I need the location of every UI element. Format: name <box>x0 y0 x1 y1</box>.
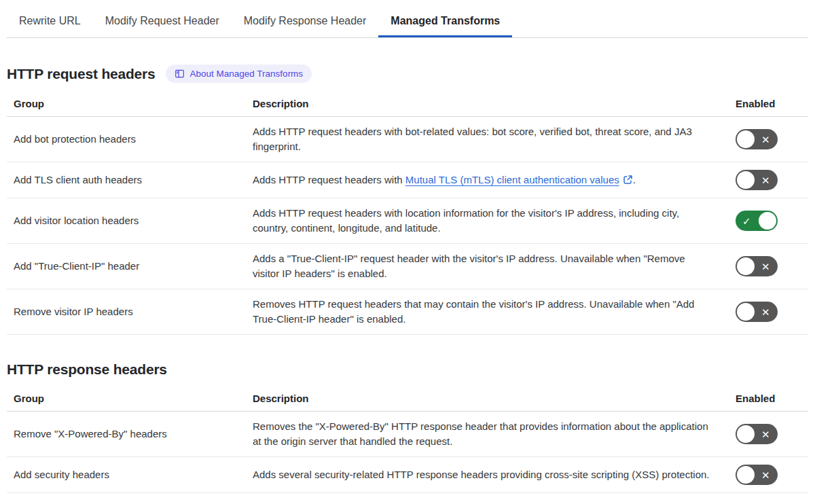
row-enabled-cell: ✓ <box>736 211 808 231</box>
column-header-group: Group <box>7 98 253 109</box>
request-section-head: HTTP request headers About Managed Trans… <box>7 65 808 83</box>
response-table-body: Remove "X-Powered-By" headers Removes th… <box>7 412 808 493</box>
row-enabled-cell: ✕ <box>736 170 808 190</box>
enabled-toggle[interactable]: ✕ <box>736 424 778 444</box>
toggle-knob <box>737 257 755 275</box>
row-group-label: Add "True-Client-IP" header <box>7 259 253 274</box>
table-row: Add TLS client auth headers Adds HTTP re… <box>7 162 808 198</box>
external-link-icon <box>623 175 633 185</box>
enabled-toggle[interactable]: ✕ <box>736 256 778 276</box>
row-group-label: Add TLS client auth headers <box>7 173 253 187</box>
row-group-label: Remove visitor IP headers <box>7 304 253 319</box>
managed-transforms-page: Rewrite URLModify Request HeaderModify R… <box>0 0 815 493</box>
row-group-label: Remove "X-Powered-By" headers <box>7 427 253 442</box>
row-description: Adds a "True-Client-IP" request header w… <box>253 251 736 281</box>
enabled-toggle[interactable]: ✕ <box>736 170 778 190</box>
response-headers-table: Group Description Enabled Remove "X-Powe… <box>7 386 808 493</box>
column-header-description: Description <box>253 98 736 109</box>
table-row: Remove visitor IP headers Removes HTTP r… <box>7 289 808 335</box>
row-enabled-cell: ✕ <box>736 129 808 149</box>
request-table-body: Add bot protection headers Adds HTTP req… <box>7 117 808 335</box>
toggle-knob <box>737 466 755 484</box>
row-description: Removes the "X-Powered-By" HTTP response… <box>253 419 736 449</box>
enabled-toggle[interactable]: ✕ <box>736 465 778 485</box>
toggle-state-icon: ✕ <box>761 470 770 480</box>
toggle-knob <box>737 171 755 189</box>
table-row: Add bot protection headers Adds HTTP req… <box>7 117 808 162</box>
row-enabled-cell: ✕ <box>736 302 808 322</box>
enabled-toggle[interactable]: ✕ <box>736 129 778 149</box>
row-description: Adds HTTP request headers with bot-relat… <box>253 124 736 154</box>
response-headers-section: HTTP response headers Group Description … <box>7 361 808 493</box>
column-header-group: Group <box>7 393 253 404</box>
response-section-head: HTTP response headers <box>7 361 808 378</box>
row-description: Adds HTTP request headers with Mutual TL… <box>253 173 736 187</box>
table-row: Remove "X-Powered-By" headers Removes th… <box>7 412 808 457</box>
toggle-state-icon: ✕ <box>761 429 770 439</box>
toggle-knob <box>737 303 755 321</box>
toggle-state-icon: ✕ <box>761 262 770 272</box>
row-enabled-cell: ✕ <box>736 256 808 276</box>
row-group-label: Add visitor location headers <box>7 213 253 228</box>
toggle-state-icon: ✕ <box>761 175 770 185</box>
tab-modify-request-header[interactable]: Modify Request Header <box>93 5 232 37</box>
column-header-description: Description <box>253 393 736 404</box>
table-row: Add "True-Client-IP" header Adds a "True… <box>7 244 808 289</box>
badge-label: About Managed Transforms <box>190 69 304 79</box>
tab-bar: Rewrite URLModify Request HeaderModify R… <box>7 0 808 38</box>
tab-rewrite-url[interactable]: Rewrite URL <box>7 5 93 37</box>
request-section-title: HTTP request headers <box>7 66 156 82</box>
enabled-toggle[interactable]: ✕ <box>736 302 778 322</box>
row-description: Removes HTTP request headers that may co… <box>253 297 736 327</box>
row-description: Adds HTTP request headers with location … <box>253 206 736 236</box>
column-header-enabled: Enabled <box>736 393 808 404</box>
response-table-header: Group Description Enabled <box>7 386 808 412</box>
toggle-state-icon: ✕ <box>761 307 770 317</box>
tab-modify-response-header[interactable]: Modify Response Header <box>232 5 379 37</box>
about-managed-transforms-badge[interactable]: About Managed Transforms <box>166 65 312 83</box>
table-row: Add visitor location headers Adds HTTP r… <box>7 198 808 244</box>
description-link[interactable]: Mutual TLS (mTLS) client authentication … <box>405 174 633 185</box>
request-headers-table: Group Description Enabled Add bot protec… <box>7 92 808 335</box>
book-icon <box>175 69 185 79</box>
request-table-header: Group Description Enabled <box>7 92 808 117</box>
table-row: Add security headers Adds several securi… <box>7 457 808 493</box>
toggle-knob <box>737 130 755 148</box>
enabled-toggle[interactable]: ✓ <box>736 211 778 231</box>
tab-managed-transforms[interactable]: Managed Transforms <box>378 5 512 37</box>
row-enabled-cell: ✕ <box>736 465 808 485</box>
row-enabled-cell: ✕ <box>736 424 808 444</box>
row-group-label: Add security headers <box>7 467 253 482</box>
toggle-state-icon: ✕ <box>761 134 770 145</box>
toggle-state-icon: ✓ <box>742 216 751 226</box>
row-description: Adds several security-related HTTP respo… <box>253 467 736 482</box>
response-section-title: HTTP response headers <box>7 361 167 378</box>
column-header-enabled: Enabled <box>736 98 808 109</box>
toggle-knob <box>759 212 776 230</box>
toggle-knob <box>737 425 755 443</box>
row-group-label: Add bot protection headers <box>7 132 253 147</box>
request-headers-section: HTTP request headers About Managed Trans… <box>7 65 808 335</box>
